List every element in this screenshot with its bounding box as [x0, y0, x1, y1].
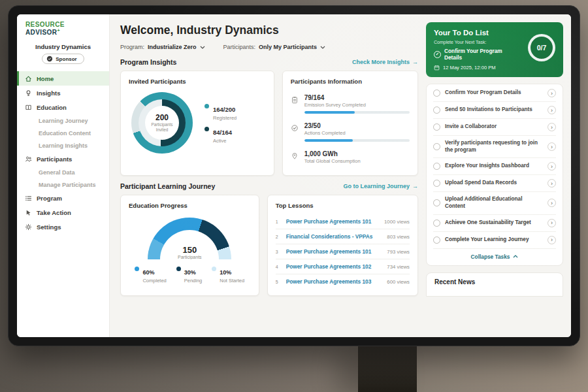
todo-next-task[interactable]: ✓ Confirm Your Program Details: [434, 48, 520, 61]
sidebar-item-take-action[interactable]: Take Action: [17, 205, 109, 220]
lesson-link[interactable]: Financial Considerations - VPPAs: [286, 233, 383, 240]
emission-survey-row: 79/164 Emission Survey Completed: [291, 90, 410, 118]
lesson-row[interactable]: 5 Power Purchase Agreements 103 600 view…: [276, 274, 410, 289]
app-logo: RESOURCE ADVISOR+: [17, 21, 109, 36]
task-row[interactable]: Send 50 Invitations to Participants ›: [433, 102, 556, 119]
sidebar-item-education-content[interactable]: Education Content: [17, 127, 109, 139]
chevron-right-icon[interactable]: ›: [547, 236, 556, 244]
gear-icon: [25, 223, 32, 231]
chevron-right-icon[interactable]: ›: [547, 199, 556, 207]
lesson-link[interactable]: Power Purchase Agreements 102: [286, 263, 383, 270]
task-checkbox[interactable]: [433, 199, 440, 206]
task-row[interactable]: Confirm Your Program Details ›: [433, 85, 556, 102]
lesson-row[interactable]: 4 Power Purchase Agreements 102 734 view…: [276, 259, 410, 274]
logo-advisor: ADVISOR: [25, 29, 57, 36]
participants-filter-dropdown[interactable]: Only My Participants: [259, 44, 325, 50]
go-to-learning-journey-link[interactable]: Go to Learning Journey →: [343, 183, 418, 189]
legend-dot: [212, 267, 216, 271]
arrow-right-icon: →: [412, 183, 418, 189]
chevron-right-icon[interactable]: ›: [547, 123, 556, 131]
education-progress-card: Education Progress 150 Participants: [120, 195, 259, 296]
program-insights-header: Program Insights Check More Insights →: [120, 58, 418, 66]
todo-progress-ring: 0/7: [528, 34, 555, 61]
clipboard-icon: [291, 94, 299, 114]
section-title: Participant Learning Journey: [120, 182, 215, 190]
task-checkbox[interactable]: [433, 106, 440, 114]
monitor-stand: [358, 344, 417, 392]
education-gauge-chart: 150 Participants 60% C: [129, 214, 251, 284]
lesson-row[interactable]: 3 Power Purchase Agreements 101 793 view…: [276, 244, 410, 259]
lesson-rank: 5: [276, 280, 282, 284]
lesson-row[interactable]: 2 Financial Considerations - VPPAs 803 v…: [276, 229, 410, 244]
next-task-label: Confirm Your Program Details: [444, 48, 520, 61]
sidebar-item-label: Take Action: [37, 209, 71, 216]
task-row[interactable]: Upload Additional Educational Content ›: [433, 192, 556, 214]
sidebar-item-home[interactable]: Home: [17, 71, 109, 86]
lesson-row[interactable]: 1 Power Purchase Agreements 101 1000 vie…: [276, 214, 410, 229]
progress-fill: [304, 111, 355, 114]
chevron-right-icon[interactable]: ›: [547, 219, 556, 227]
gauge-hole: [160, 230, 219, 259]
people-icon: [25, 155, 32, 163]
collapse-label: Collapse Tasks: [471, 253, 510, 260]
task-row[interactable]: Achieve One Sustainability Target ›: [433, 215, 556, 232]
task-label: Confirm Your Program Details: [445, 90, 543, 97]
gauge-label: Participants: [148, 255, 231, 259]
progress-fill: [304, 139, 353, 142]
chevron-right-icon[interactable]: ›: [547, 106, 556, 114]
pin-icon: [291, 150, 299, 164]
legend-item-completed: 60% Completed: [135, 265, 166, 284]
chevron-right-icon[interactable]: ›: [547, 142, 556, 151]
sidebar-item-learning-journey[interactable]: Learning Journey: [17, 114, 109, 127]
check-more-insights-link[interactable]: Check More Insights →: [352, 59, 418, 65]
sidebar-item-insights[interactable]: Insights: [17, 86, 109, 100]
task-checkbox[interactable]: [433, 143, 440, 150]
invited-participants-card: Invited Participants 200 Participants In…: [120, 71, 274, 176]
chevron-right-icon[interactable]: ›: [547, 162, 556, 171]
lesson-link[interactable]: Power Purchase Agreements 101: [286, 218, 380, 225]
sidebar-item-settings[interactable]: Settings: [17, 220, 109, 234]
section-title: Program Insights: [120, 58, 176, 66]
sidebar-item-manage-participants[interactable]: Manage Participants: [17, 178, 109, 191]
program-filter-dropdown[interactable]: Industrialize Zero: [148, 44, 205, 50]
sidebar-item-participants[interactable]: Participants: [17, 152, 109, 166]
chevron-right-icon[interactable]: ›: [547, 179, 556, 188]
lesson-views: 1000 views: [384, 219, 410, 225]
home-icon: [25, 75, 32, 82]
sidebar-item-label: Insights: [37, 90, 60, 97]
page-title: Welcome, Industry Dynamics: [120, 24, 418, 37]
sidebar-item-program[interactable]: Program: [17, 191, 109, 205]
task-checkbox[interactable]: [433, 163, 440, 170]
monitor-frame: RESOURCE ADVISOR+ Industry Dynamics Spon…: [8, 5, 580, 346]
legend-dot: [204, 104, 209, 108]
sidebar-item-learning-insights[interactable]: Learning Insights: [17, 139, 109, 152]
task-checkbox[interactable]: [433, 90, 440, 97]
program-filter: Program: Industrialize Zero: [120, 44, 205, 50]
main-column: Welcome, Industry Dynamics Program: Indu…: [120, 22, 418, 337]
task-row[interactable]: Verify participants requesting to join t…: [433, 136, 556, 158]
sponsor-badge[interactable]: Sponsor: [42, 54, 84, 64]
task-checkbox[interactable]: [433, 180, 440, 187]
check-icon: ✓: [436, 52, 439, 57]
lesson-rank: 3: [276, 250, 282, 254]
lesson-link[interactable]: Power Purchase Agreements 101: [286, 248, 383, 255]
task-row[interactable]: Complete Your Learning Journey ›: [433, 232, 556, 249]
chevron-right-icon[interactable]: ›: [547, 89, 556, 97]
logo-plus: +: [57, 28, 60, 33]
todo-progress-value: 0/7: [537, 44, 547, 52]
sidebar-item-label: Participants: [37, 155, 72, 163]
content-area: Welcome, Industry Dynamics Program: Indu…: [110, 14, 571, 337]
task-checkbox[interactable]: [433, 237, 440, 244]
collapse-tasks-link[interactable]: Collapse Tasks: [433, 249, 556, 265]
sidebar-item-education[interactable]: Education: [17, 100, 109, 114]
lesson-link[interactable]: Power Purchase Agreements 103: [286, 278, 383, 285]
task-row[interactable]: Invite a Collaborator ›: [433, 119, 556, 136]
card-title: Invited Participants: [129, 78, 266, 85]
not-started-label: Not Started: [220, 278, 244, 284]
task-row[interactable]: Explore Your Insights Dashboard ›: [433, 158, 556, 175]
task-row[interactable]: Upload Spend Data Records ›: [433, 175, 556, 192]
task-checkbox[interactable]: [433, 123, 440, 131]
sidebar-item-general-data[interactable]: General Data: [17, 166, 109, 178]
gauge-legend: 60% Completed 30% Pending: [135, 265, 244, 284]
task-checkbox[interactable]: [433, 220, 440, 227]
